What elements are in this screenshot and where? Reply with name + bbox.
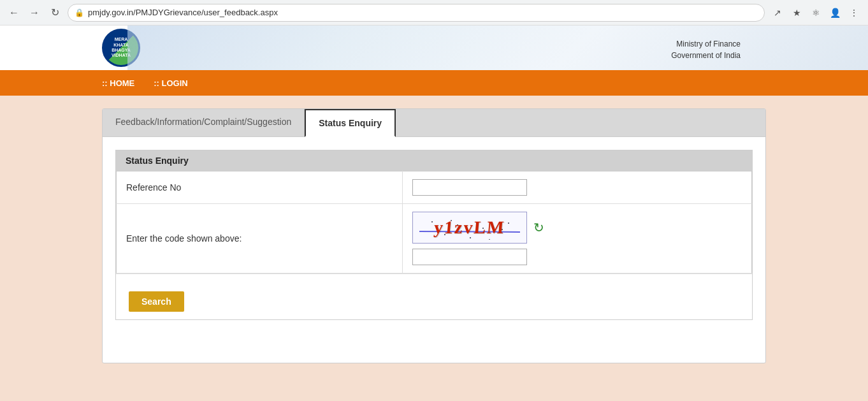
- navbar: :: HOME :: LOGIN: [0, 70, 868, 96]
- browser-chrome: ← → ↻ 🔒 pmjdy.gov.in/PMJDYGrievance/user…: [0, 0, 868, 26]
- tabs-header: Feedback/Information/Complaint/Suggestio…: [103, 109, 765, 137]
- section-header: Status Enquiry: [116, 150, 752, 171]
- captcha-container: y1zvLM ↻: [412, 212, 742, 265]
- ministry-line1: Ministry of Finance: [671, 38, 741, 50]
- captcha-label: Enter the code shown above:: [117, 204, 403, 273]
- address-bar[interactable]: 🔒 pmjdy.gov.in/PMJDYGrievance/user_feedb…: [68, 4, 765, 22]
- captcha-cell: y1zvLM ↻: [402, 204, 751, 273]
- forward-button[interactable]: →: [27, 5, 42, 20]
- profile-icon[interactable]: 👤: [827, 5, 843, 20]
- captcha-input[interactable]: [412, 249, 527, 265]
- nav-home[interactable]: :: HOME: [102, 78, 134, 88]
- captcha-image-row: y1zvLM ↻: [412, 212, 544, 244]
- svg-point-0: [431, 221, 433, 222]
- menu-icon[interactable]: ⋮: [846, 5, 862, 20]
- toolbar-icons: ↗ ★ ⚛ 👤 ⋮: [770, 5, 862, 20]
- reload-button[interactable]: ↻: [47, 5, 62, 20]
- bookmark-icon[interactable]: ★: [789, 5, 804, 20]
- extensions-icon[interactable]: ⚛: [808, 5, 823, 20]
- lock-icon: 🔒: [75, 8, 84, 17]
- refresh-captcha-icon[interactable]: ↻: [533, 220, 544, 235]
- tab-status-enquiry[interactable]: Status Enquiry: [305, 109, 396, 137]
- svg-point-6: [508, 222, 509, 224]
- ministry-text: Ministry of Finance Government of India: [671, 38, 741, 61]
- page-wrapper: MERAKHATABHAGYAVIDHATA Ministry of Finan…: [0, 26, 868, 401]
- url-text: pmjdy.gov.in/PMJDYGrievance/user_feedbac…: [88, 8, 278, 17]
- main-content: Feedback/Information/Complaint/Suggestio…: [0, 96, 868, 376]
- reference-no-label: Reference No: [117, 171, 403, 204]
- captcha-text: y1zvLM: [433, 217, 505, 238]
- tab-container: Feedback/Information/Complaint/Suggestio…: [102, 108, 766, 363]
- share-icon[interactable]: ↗: [770, 5, 785, 20]
- captcha-inner: y1zvLM: [419, 215, 520, 240]
- reference-no-input[interactable]: [412, 179, 527, 196]
- ministry-line2: Government of India: [671, 50, 741, 61]
- captcha-image: y1zvLM: [412, 212, 527, 244]
- nav-login[interactable]: :: LOGIN: [154, 78, 187, 88]
- status-enquiry-panel: Status Enquiry Reference No Enter the co…: [103, 137, 765, 346]
- search-button[interactable]: Search: [129, 291, 184, 312]
- captcha-row: Enter the code shown above:: [117, 204, 752, 273]
- back-button[interactable]: ←: [6, 5, 22, 20]
- header-cloud-bg: [127, 26, 868, 70]
- svg-point-12: [489, 239, 490, 240]
- reference-no-cell: [402, 171, 751, 204]
- button-row: Search: [116, 273, 752, 319]
- section-box: Status Enquiry Reference No Enter the co…: [115, 150, 753, 320]
- tab-feedback[interactable]: Feedback/Information/Complaint/Suggestio…: [103, 109, 305, 136]
- reference-no-row: Reference No: [117, 171, 752, 204]
- site-header: MERAKHATABHAGYAVIDHATA Ministry of Finan…: [0, 26, 868, 70]
- form-table: Reference No Enter the code shown above:: [116, 171, 752, 273]
